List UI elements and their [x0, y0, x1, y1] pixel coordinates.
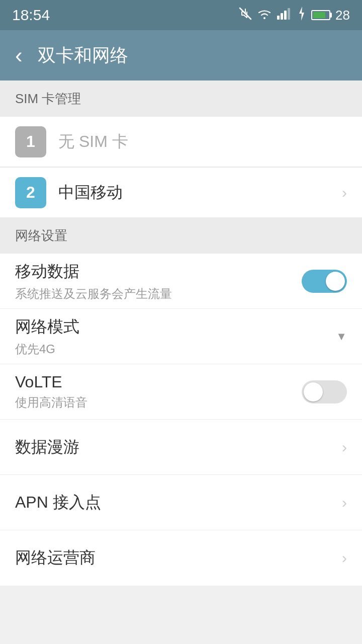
network-mode-subtitle: 优先4G [15, 341, 336, 357]
network-mode-dropdown-area[interactable]: ▼ [336, 330, 347, 343]
network-operator-chevron-icon: › [342, 549, 347, 567]
page-title: 双卡和网络 [38, 43, 128, 68]
sim2-label: 中国移动 [58, 182, 342, 204]
sim1-label: 无 SIM 卡 [58, 131, 347, 153]
volte-toggle-knob [304, 382, 323, 401]
battery-level: 28 [335, 8, 350, 23]
toolbar: ‹ 双卡和网络 [0, 30, 362, 80]
network-mode-dropdown-icon: ▼ [336, 330, 347, 343]
apn-row[interactable]: APN 接入点 › [0, 475, 362, 530]
network-mode-row[interactable]: 网络模式 优先4G ▼ [0, 309, 362, 364]
mobile-data-content: 移动数据 系统推送及云服务会产生流量 [15, 261, 302, 302]
sim2-text: 中国移动 [58, 182, 342, 204]
status-icons: 28 [239, 7, 350, 24]
volte-toggle[interactable] [302, 380, 347, 404]
mute-icon [239, 7, 252, 23]
svg-rect-1 [277, 16, 280, 20]
mobile-data-title: 移动数据 [15, 261, 302, 283]
volte-title: VoLTE [15, 373, 302, 391]
data-roaming-chevron-icon: › [342, 439, 347, 456]
battery-icon [311, 10, 330, 20]
network-operator-row[interactable]: 网络运营商 › [0, 530, 362, 586]
volte-toggle-area[interactable] [302, 380, 347, 404]
network-mode-title: 网络模式 [15, 316, 336, 338]
apn-chevron-icon: › [342, 494, 347, 511]
svg-rect-2 [281, 13, 283, 20]
sim1-text: 无 SIM 卡 [58, 131, 347, 153]
signal-icon [277, 8, 292, 23]
sim-section-header: SIM 卡管理 [0, 80, 362, 117]
volte-content: VoLTE 使用高清语音 [15, 373, 302, 411]
sim1-icon: 1 [15, 126, 46, 157]
sim2-item[interactable]: 2 中国移动 › [0, 167, 362, 217]
sim2-chevron-icon: › [342, 184, 347, 201]
mobile-data-row[interactable]: 移动数据 系统推送及云服务会产生流量 [0, 254, 362, 309]
mobile-data-toggle-area[interactable] [302, 270, 347, 293]
network-mode-content: 网络模式 优先4G [15, 316, 336, 357]
status-bar: 18:54 [0, 0, 362, 30]
charging-icon [297, 7, 306, 24]
apn-label: APN 接入点 [15, 492, 101, 514]
wifi-icon [257, 7, 272, 23]
sim2-icon: 2 [15, 177, 46, 208]
mobile-data-toggle-knob [326, 272, 345, 291]
data-roaming-row[interactable]: 数据漫游 › [0, 420, 362, 475]
settings-section: 移动数据 系统推送及云服务会产生流量 网络模式 优先4G ▼ VoLTE 使用高… [0, 254, 362, 586]
data-roaming-label: 数据漫游 [15, 436, 79, 458]
volte-row[interactable]: VoLTE 使用高清语音 [0, 364, 362, 420]
back-button[interactable]: ‹ [15, 44, 23, 66]
mobile-data-toggle[interactable] [302, 270, 347, 293]
network-section-header: 网络设置 [0, 217, 362, 254]
sim1-item[interactable]: 1 无 SIM 卡 [0, 117, 362, 167]
status-time: 18:54 [12, 7, 50, 24]
volte-subtitle: 使用高清语音 [15, 394, 302, 411]
svg-rect-3 [284, 11, 287, 20]
svg-rect-4 [288, 8, 290, 20]
svg-marker-5 [299, 7, 304, 21]
network-operator-label: 网络运营商 [15, 547, 96, 569]
mobile-data-subtitle: 系统推送及云服务会产生流量 [15, 286, 302, 302]
